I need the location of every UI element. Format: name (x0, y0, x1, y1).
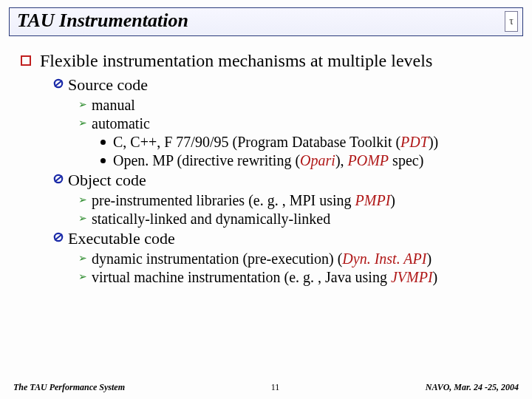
arrow-icon: ➢ (78, 212, 87, 225)
square-bullet-icon (21, 55, 31, 66)
text-plain: virtual machine instrumentation (e. g. ,… (92, 269, 391, 285)
lvl2-text: Object code (68, 171, 146, 190)
circle-slash-icon (53, 75, 62, 92)
bullet-lvl3: ➢ manual (78, 97, 517, 114)
text-tail: ) (426, 250, 432, 267)
lvl3-text: manual (92, 97, 135, 114)
circle-slash-icon (53, 229, 62, 245)
arrow-icon: ➢ (78, 252, 87, 265)
page-number: 11 (271, 382, 280, 393)
lvl3-text: virtual machine instrumentation (e. g. ,… (92, 269, 437, 286)
title-bar: TAU Instrumentation τ (9, 7, 523, 36)
lvl2-text: Executable code (68, 229, 175, 248)
bullet-lvl4: C, C++, F 77/90/95 (Program Database Too… (100, 134, 517, 151)
dot-icon (100, 140, 106, 145)
lvl2-text: Source code (68, 75, 148, 95)
lvl4-text: C, C++, F 77/90/95 (Program Database Too… (113, 134, 438, 151)
lvl3-text: statically-linked and dynamically-linked (92, 211, 330, 228)
text-em2: POMP (348, 152, 389, 168)
text-em: PMPI (355, 192, 391, 208)
text-em: Dyn. Inst. API (342, 250, 426, 267)
bullet-lvl1: Flexible instrumentation mechanisms at m… (21, 51, 517, 71)
text-plain: C, C++, F 77/90/95 (Program Database Too… (113, 134, 400, 150)
text-tail: ) (390, 192, 395, 208)
dot-icon (100, 158, 106, 163)
arrow-icon: ➢ (78, 98, 87, 111)
bullet-lvl3: ➢ pre-instrumented libraries (e. g. , MP… (78, 192, 517, 209)
tau-logo: τ (505, 11, 518, 32)
text-em: PDT (400, 134, 429, 150)
footer-left: The TAU Performance System (13, 382, 125, 393)
heading-text: Flexible instrumentation mechanisms at m… (40, 51, 432, 71)
bullet-lvl4: Open. MP (directive rewriting (Opari), P… (100, 152, 517, 169)
arrow-icon: ➢ (78, 117, 87, 129)
slide-content: Flexible instrumentation mechanisms at m… (0, 36, 532, 286)
lvl4-text: Open. MP (directive rewriting (Opari), P… (113, 152, 423, 169)
bullet-lvl3: ➢ statically-linked and dynamically-link… (78, 211, 517, 228)
bullet-lvl2: Executable code (53, 229, 517, 248)
text-tail: )) (429, 134, 438, 150)
text-em: Opari (300, 152, 335, 168)
arrow-icon: ➢ (78, 194, 87, 206)
text-plain: pre-instrumented libraries (e. g. , MPI … (92, 192, 355, 208)
text-tail: spec) (389, 152, 423, 168)
text-plain: dynamic instrumentation (pre-execution) … (92, 250, 342, 267)
lvl3-text: pre-instrumented libraries (e. g. , MPI … (92, 192, 395, 209)
tau-icon: τ (509, 16, 514, 27)
text-mid: ), (335, 152, 348, 168)
bullet-lvl2: Object code (53, 171, 517, 190)
circle-slash-icon (53, 171, 62, 187)
bullet-lvl3: ➢ virtual machine instrumentation (e. g.… (78, 269, 517, 286)
bullet-lvl3: ➢ dynamic instrumentation (pre-execution… (78, 250, 517, 267)
footer: The TAU Performance System 11 NAVO, Mar.… (0, 382, 532, 393)
arrow-icon: ➢ (78, 270, 87, 283)
footer-right: NAVO, Mar. 24 -25, 2004 (426, 382, 519, 393)
text-tail: ) (433, 269, 438, 285)
lvl3-text: automatic (92, 115, 150, 132)
text-plain: Open. MP (directive rewriting ( (113, 152, 300, 168)
bullet-lvl3: ➢ automatic (78, 115, 517, 132)
text-em: JVMPI (391, 269, 433, 285)
lvl3-text: dynamic instrumentation (pre-execution) … (92, 250, 432, 267)
slide-title: TAU Instrumentation (17, 10, 188, 31)
bullet-lvl2: Source code (53, 75, 517, 95)
